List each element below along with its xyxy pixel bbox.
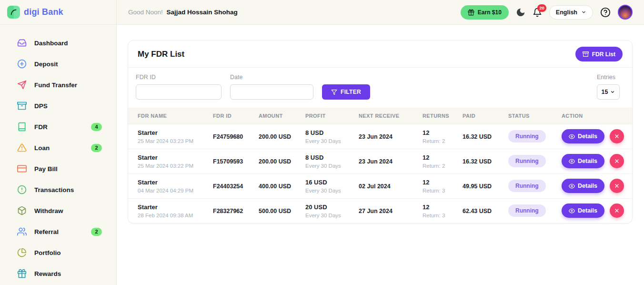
column-header: STATUS bbox=[504, 108, 558, 124]
fdr-date: 25 Mar 2024 03:23 PM bbox=[138, 138, 205, 144]
table-row: Starter 25 Mar 2024 03:22 PM F15709593 2… bbox=[128, 149, 633, 173]
archive-icon bbox=[17, 101, 27, 111]
sidebar-item-referral[interactable]: Referral2 bbox=[0, 221, 116, 242]
filter-button[interactable]: FILTER bbox=[322, 84, 370, 100]
status-cell: Running bbox=[504, 124, 558, 149]
returns-total: 12 bbox=[423, 129, 455, 136]
amount-cell: 200.00 USD bbox=[255, 124, 302, 149]
status-cell: Running bbox=[504, 149, 558, 173]
entries-group: Entries 15 bbox=[597, 74, 620, 100]
cancel-fdr-button[interactable] bbox=[610, 179, 624, 193]
close-icon bbox=[614, 158, 620, 164]
sidebar-item-pay-bill[interactable]: Pay Bill bbox=[0, 158, 116, 179]
chevron-down-icon bbox=[581, 10, 586, 15]
dark-mode-toggle[interactable] bbox=[516, 8, 525, 17]
close-icon bbox=[614, 183, 620, 189]
profit-cell: 8 USD Every 30 Days bbox=[302, 124, 355, 149]
sidebar-badge: 2 bbox=[91, 144, 102, 152]
card-header: My FDR List FDR List bbox=[128, 41, 632, 68]
amount-cell: 500.00 USD bbox=[255, 198, 302, 223]
sidebar-item-label: Fund Transfer bbox=[34, 81, 77, 89]
action-cell: Details bbox=[558, 149, 633, 173]
returns-cell: 12 Return: 2 bbox=[419, 149, 459, 173]
table-body: Starter 25 Mar 2024 03:23 PM F24759680 2… bbox=[128, 124, 633, 223]
sidebar-item-withdraw[interactable]: Withdraw bbox=[0, 200, 116, 221]
fdr-name-cell: Starter 25 Mar 2024 03:22 PM bbox=[128, 149, 209, 173]
date-input[interactable] bbox=[230, 84, 313, 100]
funnel-icon bbox=[331, 89, 337, 95]
entries-label: Entries bbox=[597, 74, 615, 81]
brand-logo[interactable]: digi Bank bbox=[0, 0, 116, 25]
status-badge: Running bbox=[508, 155, 546, 167]
fdr-name-cell: Starter 25 Mar 2024 03:23 PM bbox=[128, 124, 209, 149]
fdr-list-button[interactable]: FDR List bbox=[575, 47, 623, 61]
filter-bar: FDR ID Date FILTER Entries 15 bbox=[128, 68, 632, 108]
earn-button-label: Earn $10 bbox=[478, 9, 502, 16]
entries-value: 15 bbox=[602, 89, 608, 95]
details-button-label: Details bbox=[578, 207, 597, 214]
sidebar-item-deposit[interactable]: Deposit bbox=[0, 53, 116, 74]
entries-select[interactable]: 15 bbox=[597, 84, 620, 100]
greeting: Good Noon! Sajjad Hossain Shohag bbox=[128, 9, 238, 16]
status-badge: Running bbox=[508, 180, 546, 192]
sidebar-badge: 2 bbox=[91, 228, 102, 236]
action-cell: Details bbox=[558, 198, 633, 223]
cancel-fdr-button[interactable] bbox=[610, 204, 624, 218]
sidebar-item-fdr[interactable]: FDR4 bbox=[0, 116, 116, 137]
details-button[interactable]: Details bbox=[562, 154, 604, 168]
sidebar-item-dashboard[interactable]: Dashboard bbox=[0, 32, 116, 53]
sidebar-item-loan[interactable]: Loan2 bbox=[0, 137, 116, 158]
fdr-id-input[interactable] bbox=[136, 84, 221, 100]
language-selector[interactable]: English bbox=[549, 5, 593, 20]
fdr-table: FDR NAMEFDR IDAMOUNTPROFITNEXT RECEIVERE… bbox=[128, 108, 633, 223]
sidebar-item-rewards[interactable]: Rewards bbox=[0, 263, 116, 284]
paid-cell: 16.32 USD bbox=[459, 124, 504, 149]
action-cell: Details bbox=[558, 173, 633, 198]
fdr-name: Starter bbox=[138, 204, 205, 211]
main-content: My FDR List FDR List FDR ID Date bbox=[117, 25, 644, 285]
returns-cell: 12 Return: 3 bbox=[419, 198, 459, 223]
sidebar-item-transactions[interactable]: Transactions bbox=[0, 179, 116, 200]
sidebar-item-portfolio[interactable]: Portfolio bbox=[0, 242, 116, 263]
amount-cell: 200.00 USD bbox=[255, 149, 302, 173]
action-cell: Details bbox=[558, 124, 633, 149]
avatar[interactable] bbox=[618, 5, 633, 20]
paid-cell: 49.95 USD bbox=[459, 173, 504, 198]
profit-cycle: Every 30 Days bbox=[305, 188, 351, 193]
box-icon bbox=[17, 206, 27, 215]
cancel-fdr-button[interactable] bbox=[610, 129, 624, 143]
table-row: Starter 04 Mar 2024 04:29 PM F24403254 4… bbox=[128, 173, 633, 198]
profit-cycle: Every 30 Days bbox=[305, 163, 351, 169]
details-button[interactable]: Details bbox=[562, 129, 604, 143]
inbox-icon bbox=[17, 38, 27, 48]
sidebar-badge: 4 bbox=[91, 123, 102, 131]
page-title: My FDR List bbox=[138, 50, 184, 59]
fdr-id-cell: F24759680 bbox=[209, 124, 255, 149]
table-row: Starter 28 Feb 2024 09:38 AM F28327962 5… bbox=[128, 198, 633, 223]
user-name: Sajjad Hossain Shohag bbox=[167, 9, 238, 16]
sidebar-item-fund-transfer[interactable]: Fund Transfer bbox=[0, 74, 116, 95]
profit-cell: 8 USD Every 30 Days bbox=[302, 149, 355, 173]
fdr-list-button-label: FDR List bbox=[592, 51, 615, 58]
notifications-button[interactable]: 20 bbox=[533, 8, 542, 17]
column-header: PROFIT bbox=[302, 108, 355, 124]
profit-amount: 16 USD bbox=[305, 179, 351, 186]
fdr-date: 25 Mar 2024 03:22 PM bbox=[138, 163, 205, 169]
sidebar-item-label: Portfolio bbox=[34, 249, 61, 256]
sidebar-item-label: Transactions bbox=[34, 186, 74, 193]
eye-icon bbox=[569, 183, 575, 189]
profit-amount: 8 USD bbox=[305, 129, 351, 136]
help-button[interactable] bbox=[600, 7, 611, 18]
next-receive-cell: 23 Jun 2024 bbox=[355, 124, 419, 149]
next-receive-cell: 23 Jun 2024 bbox=[355, 149, 419, 173]
fdr-id-cell: F28327962 bbox=[209, 198, 255, 223]
earn-button[interactable]: Earn $10 bbox=[461, 5, 509, 20]
cancel-fdr-button[interactable] bbox=[610, 154, 624, 168]
close-icon bbox=[614, 133, 620, 139]
eye-icon bbox=[569, 133, 575, 140]
alert-circle-icon bbox=[17, 185, 27, 194]
next-receive-cell: 27 Jun 2024 bbox=[355, 198, 419, 223]
details-button[interactable]: Details bbox=[562, 204, 604, 218]
sidebar-item-dps[interactable]: DPS bbox=[0, 95, 116, 116]
details-button[interactable]: Details bbox=[562, 179, 604, 193]
